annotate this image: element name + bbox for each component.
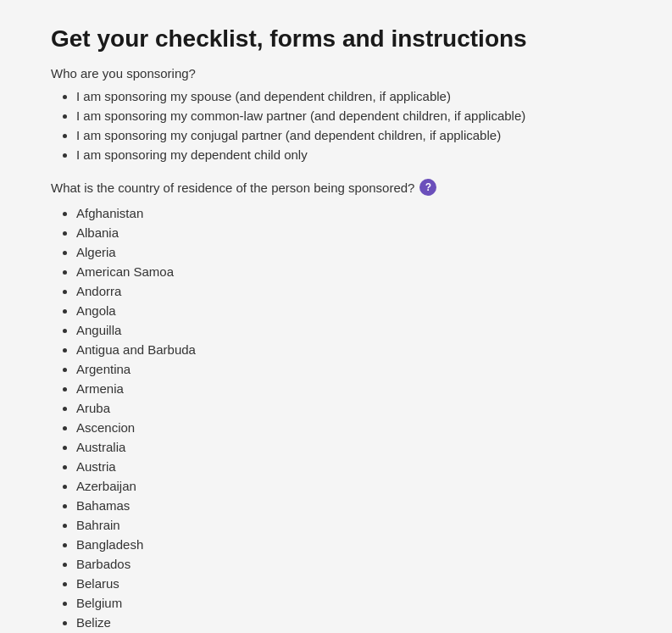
country-list-item[interactable]: Andorra [76,284,621,298]
country-list-item[interactable]: Algeria [76,245,621,259]
sponsoring-question: Who are you sponsoring? [51,66,621,81]
sponsoring-option-item[interactable]: I am sponsoring my dependent child only [76,147,621,162]
country-list: AfghanistanAlbaniaAlgeriaAmerican SamoaA… [51,206,621,630]
sponsoring-option-item[interactable]: I am sponsoring my conjugal partner (and… [76,128,621,142]
country-list-item[interactable]: Belgium [76,596,621,610]
sponsoring-options-list: I am sponsoring my spouse (and dependent… [51,89,621,162]
country-list-item[interactable]: Australia [76,440,621,454]
country-question-text: What is the country of residence of the … [51,180,414,195]
country-list-item[interactable]: Ascencion [76,420,621,435]
country-list-item[interactable]: Angola [76,303,621,318]
country-list-item[interactable]: Aruba [76,401,621,415]
country-list-item[interactable]: Anguilla [76,323,621,337]
country-list-item[interactable]: Afghanistan [76,206,621,220]
sponsoring-option-item[interactable]: I am sponsoring my common-law partner (a… [76,108,621,123]
country-list-item[interactable]: Austria [76,459,621,474]
country-list-item[interactable]: Bangladesh [76,537,621,552]
country-list-item[interactable]: Belize [76,615,621,630]
page-title: Get your checklist, forms and instructio… [51,25,621,53]
country-question-row: What is the country of residence of the … [51,179,621,196]
country-list-item[interactable]: American Samoa [76,264,621,279]
country-list-item[interactable]: Bahrain [76,518,621,532]
country-list-item[interactable]: Argentina [76,362,621,376]
country-list-item[interactable]: Albania [76,225,621,240]
country-list-item[interactable]: Antigua and Barbuda [76,342,621,357]
country-list-item[interactable]: Belarus [76,576,621,591]
country-list-item[interactable]: Azerbaijan [76,479,621,493]
country-list-item[interactable]: Armenia [76,381,621,396]
country-list-item[interactable]: Barbados [76,557,621,571]
sponsoring-option-item[interactable]: I am sponsoring my spouse (and dependent… [76,89,621,103]
help-icon[interactable]: ? [419,179,436,196]
country-list-item[interactable]: Bahamas [76,498,621,513]
